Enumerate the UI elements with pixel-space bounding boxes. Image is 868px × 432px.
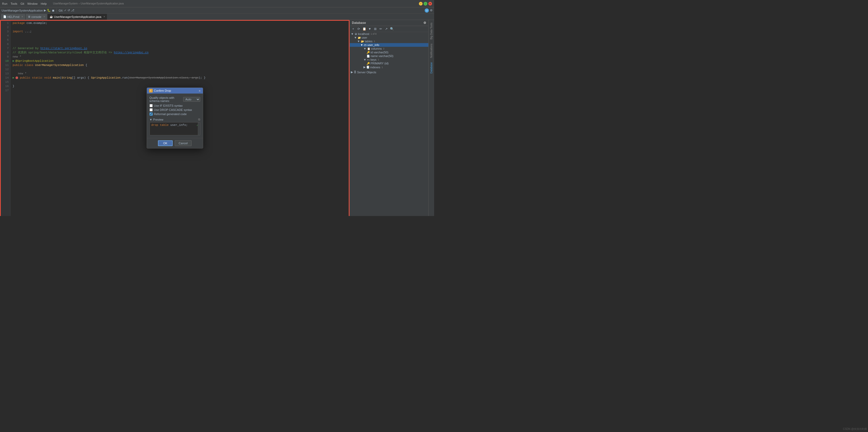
run-debug-button[interactable]: 🐛 — [47, 9, 51, 12]
tree-expand-icon: ▼ — [351, 32, 354, 35]
checkbox-reformat-row: Reformat generated code — [150, 113, 200, 116]
db-edit-button[interactable]: ✏ — [378, 27, 383, 31]
tree-item-keys[interactable]: ▼ 🗝 keys 1 — [350, 58, 428, 61]
dialog-icon: i — [149, 89, 153, 92]
db-filter-button[interactable]: ▼ — [367, 27, 372, 31]
schema-label: Qualify objects with schema names: — [150, 96, 182, 102]
tree-item-user[interactable]: ▼ 📁 user — [350, 36, 428, 39]
minimize-button[interactable]: – — [419, 2, 423, 5]
preview-box: drop table user_info; ✓ — [150, 122, 200, 135]
schema-select[interactable]: Auto Always Never — [183, 97, 200, 102]
tab-console-icon: 🖥 — [28, 15, 30, 18]
user-avatar[interactable]: U — [425, 8, 429, 12]
tree-item-indexes[interactable]: ▶ 📑 indexes 1 — [350, 65, 428, 69]
database-panel-title: Database — [352, 21, 366, 25]
git-branch-icon[interactable]: ⎇ — [71, 9, 74, 12]
tree-label-tables: tables — [365, 40, 372, 43]
tree-icon-indexes: 📑 — [366, 66, 370, 69]
database-settings-icon[interactable]: ⚙ — [423, 21, 426, 25]
side-tabs-right: Big Data Tools Notifications Database — [428, 20, 434, 216]
tree-label-columns: columns — [371, 47, 382, 50]
tree-icon-user-info: 🗃 — [364, 43, 367, 47]
settings-icon[interactable]: ⚙ — [430, 9, 433, 12]
preview-collapse-icon: ▼ — [150, 118, 152, 121]
tree-label-primary: PRIMARY (id) — [371, 62, 389, 65]
checkbox-if-exists[interactable] — [150, 104, 153, 107]
menu-help[interactable]: Help — [41, 2, 47, 5]
tree-icon-server-objects: 🗄 — [354, 71, 356, 73]
tree-item-user-info[interactable]: ▼ 🗃 user_info — [350, 43, 428, 47]
tree-label-keys: keys — [371, 58, 377, 61]
dialog-close-button[interactable]: × — [199, 89, 201, 92]
tree-item-primary[interactable]: 🔑 PRIMARY (id) — [350, 61, 428, 65]
tab-main-label: UserManagerSystemApplication.java — [54, 15, 101, 19]
tree-badge-keys: 1 — [378, 58, 379, 61]
tree-item-name[interactable]: 📄 name varchar(50) — [350, 54, 428, 58]
tree-icon-keys: 🗝 — [367, 58, 370, 61]
git-checkmark-icon[interactable]: ✓ — [64, 9, 66, 12]
menu-window[interactable]: Window — [27, 2, 38, 5]
menu-tools[interactable]: Tools — [10, 2, 17, 5]
side-tab-big-data[interactable]: Big Data Tools — [429, 21, 433, 41]
tree-expand-icon-columns: ▼ — [364, 47, 366, 50]
tab-console-label: console — [32, 15, 41, 19]
tree-label-localhost: localhost — [358, 32, 369, 35]
run-stop-button[interactable]: ⏹ — [52, 9, 55, 12]
db-refresh-button[interactable]: ⟳ — [356, 27, 361, 31]
checkbox-cascade[interactable] — [150, 108, 153, 112]
window-titlebar: Run Tools Git Window Help UserManagerSys… — [0, 0, 434, 7]
checkbox-cascade-row: Use DROP CASCADE syntax — [150, 108, 200, 112]
preview-external-icon[interactable]: ⧉ — [198, 118, 200, 121]
checkbox-if-exists-label: Use IF EXISTS syntax — [154, 104, 183, 107]
dialog-titlebar: i Confirm Drop × — [147, 88, 203, 94]
tab-help[interactable]: 📄 HELP.md × — [1, 14, 25, 20]
menu-git[interactable]: Git — [21, 2, 24, 5]
tree-icon-tables: 📂 — [361, 40, 364, 43]
db-layout-button[interactable]: ⊞ — [373, 27, 378, 31]
tree-badge-columns: 2 — [383, 47, 384, 50]
ok-button[interactable]: OK — [158, 140, 173, 146]
dialog-footer: OK Cancel — [147, 138, 203, 148]
code-editor[interactable]: 1 2 3 4 5 6 7 8 9 10 11 12 13 14 15 16 1… — [0, 20, 349, 216]
side-tab-database[interactable]: Database — [429, 61, 433, 75]
run-app-selector[interactable]: UserManagerSystemApplication — [2, 9, 43, 12]
cancel-button[interactable]: Cancel — [175, 140, 192, 146]
menu-bar: Run Tools Git Window Help UserManagerSys… — [0, 1, 419, 6]
tree-item-localhost[interactable]: ▼ 🖥 localhost 1 of 8 — [350, 32, 428, 36]
tree-expand-icon-tables: ▼ — [357, 40, 360, 43]
tab-help-close[interactable]: × — [22, 15, 23, 18]
tab-help-icon: 📄 — [3, 15, 6, 18]
profile-area: U ⚙ — [425, 8, 433, 12]
db-jump-button[interactable]: ↗ — [384, 27, 389, 31]
tree-label-id: id varchar(50) — [371, 51, 389, 54]
tab-main-close[interactable]: × — [103, 15, 105, 18]
preview-toggle[interactable]: ▼ Preview — [150, 118, 163, 121]
tab-console[interactable]: 🖥 console × — [26, 14, 47, 20]
checkbox-reformat[interactable] — [150, 113, 153, 116]
dialog-title: Confirm Drop — [154, 89, 171, 92]
tree-item-id[interactable]: 🔑 id varchar(50) — [350, 51, 428, 54]
tree-item-columns[interactable]: ▼ 📋 columns 2 — [350, 47, 428, 51]
database-panel-header: Database ⚙ — [350, 20, 428, 26]
run-toolbar: UserManagerSystemApplication ▶ 🐛 ⏹ Git: … — [0, 7, 434, 14]
tree-expand-icon-user-info: ▼ — [360, 43, 363, 47]
tree-badge-tables: 1 — [374, 40, 375, 42]
tree-item-server-objects[interactable]: ▶ 🗄 Server Objects — [350, 70, 428, 74]
menu-run[interactable]: Run — [2, 2, 7, 5]
tree-icon-columns: 📋 — [367, 47, 370, 50]
tab-main[interactable]: ☕ UserManagerSystemApplication.java × — [48, 14, 107, 20]
tree-expand-icon-keys: ▼ — [364, 58, 366, 61]
git-history-icon[interactable]: ↺ — [67, 9, 70, 12]
db-add-button[interactable]: + — [351, 27, 355, 31]
db-search-button[interactable]: 🔍 — [390, 27, 394, 31]
preview-scrollbar[interactable] — [198, 122, 200, 135]
window-controls: – □ × — [419, 2, 434, 5]
close-button[interactable]: × — [428, 2, 432, 5]
side-tab-notifications[interactable]: Notifications — [429, 42, 433, 59]
schema-row: Qualify objects with schema names: Auto … — [150, 96, 200, 102]
tree-item-tables[interactable]: ▼ 📂 tables 1 — [350, 39, 428, 43]
maximize-button[interactable]: □ — [424, 2, 427, 5]
db-copy-button[interactable]: 📋 — [362, 27, 367, 31]
run-play-button[interactable]: ▶ — [44, 9, 46, 12]
tab-console-close[interactable]: × — [43, 15, 45, 18]
